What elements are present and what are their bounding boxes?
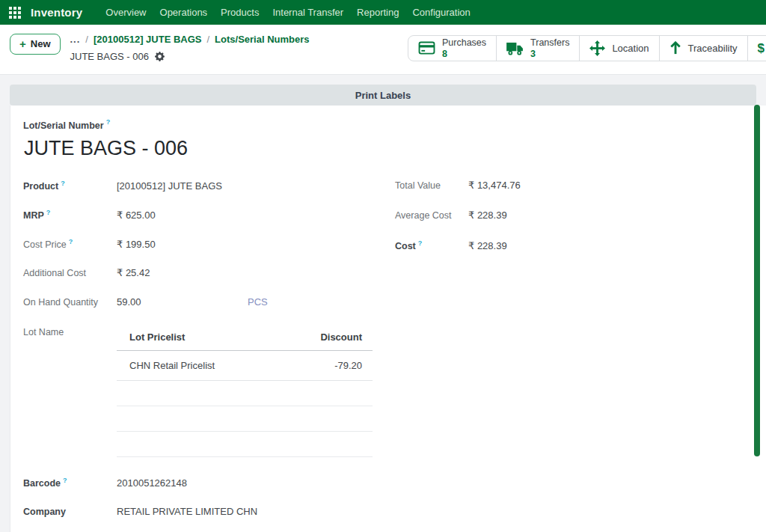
field-row-additional-cost: Additional Cost ₹ 25.42 [23, 267, 766, 286]
print-labels-button[interactable]: Print Labels [10, 85, 756, 106]
stat-button-location[interactable]: Location [580, 36, 659, 61]
lot-serial-number-label: Lot/Serial Number [23, 120, 104, 131]
column-header-lot-pricelist[interactable]: Lot Pricelist [117, 325, 284, 351]
on-hand-quantity-label: On Hand Quantity [23, 297, 98, 308]
help-icon[interactable]: ? [61, 180, 65, 187]
arrow-up-icon [670, 41, 681, 55]
purchases-count: 8 [442, 49, 486, 59]
field-row-company: Company RETAIL PRIVATE LIMITED CHN [23, 506, 766, 525]
average-cost-label: Average Cost [395, 210, 452, 221]
stat-button-purchases[interactable]: Purchases 8 [408, 36, 497, 61]
gear-icon[interactable] [155, 52, 165, 61]
credit-card-icon [418, 41, 435, 55]
scrollbar-thumb[interactable] [754, 105, 760, 456]
total-value-value[interactable]: ₹ 13,474.76 [468, 180, 521, 191]
field-row-average-cost: Average Cost ₹ 228.39 [395, 210, 717, 228]
cost-price-value[interactable]: ₹ 199.50 [117, 239, 156, 250]
average-cost-value[interactable]: ₹ 228.39 [468, 210, 507, 221]
mrp-value[interactable]: ₹ 625.00 [117, 210, 156, 221]
cost-value[interactable]: ₹ 228.39 [468, 240, 507, 251]
app-name[interactable]: Inventory [31, 6, 82, 19]
column-header-discount[interactable]: Discount [284, 325, 373, 351]
help-icon[interactable]: ? [69, 238, 73, 245]
stat-button-valuation[interactable]: $ Valuation [748, 36, 766, 61]
field-row-total-value: Total Value ₹ 13,474.76 [395, 180, 717, 198]
move-arrows-icon [589, 40, 605, 56]
field-row-on-hand-quantity: On Hand Quantity 59.00 PCS [23, 296, 766, 315]
content-area: Print Labels Lot/Serial Number? JUTE BAG… [0, 75, 766, 532]
nav-item-operations[interactable]: Operations [153, 0, 215, 25]
additional-cost-value[interactable]: ₹ 25.42 [117, 267, 150, 278]
nav-item-internal-transfer[interactable]: Internal Transfer [266, 0, 350, 25]
breadcrumb-section-link[interactable]: Lots/Serial Numbers [215, 34, 309, 45]
truck-icon [506, 42, 524, 55]
record-title[interactable]: JUTE BAGS - 006 [24, 135, 766, 162]
help-icon[interactable]: ? [418, 239, 423, 247]
lot-name-label: Lot Name [23, 327, 64, 337]
cost-label: Cost [395, 241, 416, 251]
breadcrumb-ellipsis[interactable]: ... [70, 34, 81, 45]
new-button[interactable]: + New [10, 34, 61, 55]
company-label: Company [23, 507, 66, 517]
barcode-value[interactable]: 2010051262148 [117, 477, 187, 489]
help-icon[interactable]: ? [106, 118, 111, 126]
field-row-lot-name: Lot Name Lot Pricelist Discount CHN Reta… [23, 325, 766, 457]
nav-item-overview[interactable]: Overview [99, 0, 153, 25]
nav-item-reporting[interactable]: Reporting [350, 0, 405, 25]
discount-cell[interactable]: -79.20 [284, 351, 373, 381]
stat-button-traceability[interactable]: Traceability [660, 36, 748, 61]
help-icon[interactable]: ? [63, 477, 67, 484]
breadcrumb-product-link[interactable]: [20100512] JUTE BAGS [94, 34, 202, 45]
stat-button-transfers[interactable]: Transfers 3 [497, 36, 580, 61]
transfers-count: 3 [530, 49, 569, 59]
apps-menu-icon[interactable] [9, 7, 21, 19]
pricelist-empty-row[interactable] [117, 432, 373, 457]
top-nav-bar: Inventory Overview Operations Products I… [0, 0, 766, 25]
field-row-barcode: Barcode? 2010051262148 [23, 477, 766, 495]
right-field-column: Total Value ₹ 13,474.76 Average Cost ₹ 2… [395, 180, 717, 269]
uom-value[interactable]: PCS [248, 296, 268, 308]
form-sheet: Lot/Serial Number? JUTE BAGS - 006 Produ… [10, 106, 766, 532]
on-hand-quantity-value[interactable]: 59.00 [117, 296, 248, 308]
cost-price-label: Cost Price [23, 239, 67, 250]
nav-item-products[interactable]: Products [214, 0, 266, 25]
pricelist-empty-row[interactable] [117, 381, 373, 406]
dollar-icon: $ [758, 42, 765, 55]
table-row[interactable]: CHN Retail Pricelist -79.20 [117, 351, 373, 381]
lot-pricelist-table: Lot Pricelist Discount CHN Retail Pricel… [117, 325, 373, 457]
nav-menu: Overview Operations Products Internal Tr… [99, 0, 477, 25]
company-value[interactable]: RETAIL PRIVATE LIMITED CHN [117, 506, 257, 517]
pricelist-empty-row[interactable] [117, 406, 373, 432]
mrp-label: MRP [23, 210, 44, 221]
breadcrumb-current: JUTE BAGS - 006 [70, 51, 149, 62]
nav-item-configuration[interactable]: Configuration [405, 0, 477, 25]
breadcrumb: ... / [20100512] JUTE BAGS / Lots/Serial… [70, 31, 310, 64]
control-panel: + New ... / [20100512] JUTE BAGS / Lots/… [0, 25, 766, 75]
product-value[interactable]: [20100512] JUTE BAGS [117, 180, 222, 192]
additional-cost-label: Additional Cost [23, 268, 86, 278]
barcode-label: Barcode [23, 478, 61, 489]
help-icon[interactable]: ? [46, 209, 51, 216]
plus-icon: + [19, 38, 26, 49]
total-value-label: Total Value [395, 180, 441, 191]
stat-button-group: Purchases 8 Transfers 3 [408, 35, 766, 61]
field-row-cost: Cost? ₹ 228.39 [395, 239, 717, 258]
product-label: Product [23, 181, 58, 192]
pricelist-cell[interactable]: CHN Retail Pricelist [117, 351, 284, 381]
